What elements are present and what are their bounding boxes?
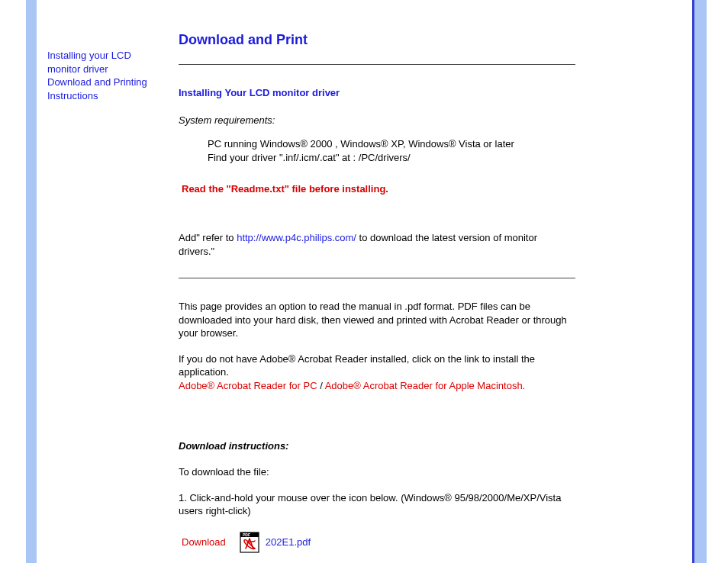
pdf-filename: 202E1.pdf <box>266 536 311 549</box>
download-step-1: 1. Click-and-hold your mouse over the ic… <box>179 491 575 518</box>
pdf-download-link[interactable]: PDF 202E1.pdf <box>240 532 311 553</box>
sysreq-label: System requirements: <box>179 114 575 127</box>
decor-bar-right <box>694 0 707 563</box>
svg-text:PDF: PDF <box>243 532 250 537</box>
page-root: Installing your LCD monitor driver Downl… <box>0 0 728 563</box>
sysreq-line-1: PC running Windows® 2000 , Windows® XP, … <box>208 137 575 151</box>
sysreq-line-2: Find your driver ".inf/.icm/.cat" at : /… <box>208 151 575 165</box>
acrobat-block: If you do not have Adobe® Acrobat Reader… <box>179 352 575 393</box>
acrobat-intro: If you do not have Adobe® Acrobat Reader… <box>179 353 535 378</box>
page-title: Download and Print <box>179 31 575 49</box>
pdf-icon: PDF <box>240 532 259 553</box>
acrobat-sep: / <box>317 380 325 391</box>
subheading-install: Installing Your LCD monitor driver <box>179 86 575 100</box>
sidebar-link-download-print[interactable]: Download and Printing Instructions <box>47 76 147 101</box>
download-preline: To download the file: <box>179 465 575 479</box>
divider-mid <box>179 278 575 278</box>
pdf-intro-text: This page provides an option to read the… <box>179 300 575 340</box>
readme-warning: Read the "Readme.txt" file before instal… <box>182 182 575 196</box>
sidebar-link-install[interactable]: Installing your LCD monitor driver <box>47 50 131 75</box>
decor-bar-left <box>26 0 37 563</box>
main-content: Download and Print Installing Your LCD m… <box>179 31 575 563</box>
download-label: Download <box>182 536 226 549</box>
add-refer-line: Add" refer to http://www.p4c.philips.com… <box>179 231 575 258</box>
download-row: Download PDF 202E1.pdf <box>182 532 575 553</box>
sysreq-block: PC running Windows® 2000 , Windows® XP, … <box>208 137 575 164</box>
divider-top <box>179 64 575 65</box>
sidebar-nav: Installing your LCD monitor driver Downl… <box>47 49 166 102</box>
download-instructions-head: Download instructions: <box>179 439 575 453</box>
add-prefix: Add" refer to <box>179 232 237 243</box>
acrobat-mac-link[interactable]: Adobe® Acrobat Reader for Apple Macintos… <box>325 380 526 391</box>
acrobat-pc-link[interactable]: Adobe® Acrobat Reader for PC <box>179 380 317 391</box>
philips-link[interactable]: http://www.p4c.philips.com/ <box>237 232 356 243</box>
